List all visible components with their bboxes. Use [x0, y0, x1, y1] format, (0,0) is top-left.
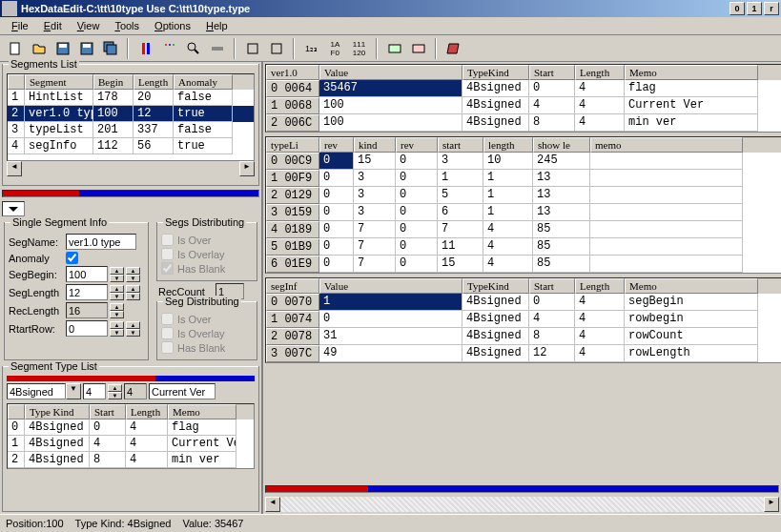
table-row[interactable]: 3typeList201337false [8, 122, 254, 138]
segbegin-input[interactable] [66, 266, 108, 282]
rtartrow-input[interactable] [66, 320, 108, 337]
segments-list-group: Segments List Segment Begin Length Anoma… [2, 64, 259, 186]
table-row[interactable]: 0 00C90150310245 [266, 153, 781, 170]
maximize-button[interactable]: 1 [747, 2, 762, 15]
tool2-icon[interactable] [158, 38, 180, 59]
typelist-v1[interactable] [83, 383, 106, 399]
single-segment-label: Single Segment Info [10, 216, 109, 228]
tool9-icon[interactable]: 111120 [348, 38, 370, 59]
status-value: Value: 35467 [182, 518, 243, 529]
table-row[interactable]: 4segInfo11256true [8, 138, 254, 154]
svg-rect-15 [248, 44, 257, 53]
col-num[interactable] [8, 74, 25, 90]
tool1-icon[interactable] [134, 38, 156, 59]
tool5-icon[interactable] [241, 38, 263, 59]
svg-point-10 [169, 44, 171, 46]
table-row[interactable]: 2 0078314Bsigned84rowCount [266, 328, 781, 345]
table-row[interactable]: 3 007C494Bsigned124rowLength [266, 345, 781, 362]
scrollbar-h[interactable]: ◄► [7, 161, 255, 176]
table-row[interactable]: 2 006C1004Bsigned84min ver [266, 114, 781, 132]
svg-point-9 [165, 44, 167, 46]
svg-rect-16 [272, 44, 281, 53]
titlebar: HexDataEdit-C:\tt\10type Use C:\tt\10typ… [0, 0, 781, 17]
table-row[interactable]: 04Bsigned04flag [8, 419, 254, 436]
segs-dist-group: Segs Distributing Is Over Is Overlay Has… [156, 222, 257, 281]
scrollbar-h-right[interactable]: ◄► [265, 497, 779, 512]
close-button[interactable]: r [764, 2, 779, 15]
isoverlay-check [161, 248, 174, 260]
menu-edit[interactable]: Edit [36, 18, 70, 33]
segname-input[interactable] [66, 234, 136, 250]
menubar: File Edit View Tools Options Help [0, 17, 781, 35]
table-row[interactable]: 0 007014Bsigned04segBegin [266, 294, 781, 311]
table-row[interactable]: 2 01290305113 [266, 187, 781, 204]
segbegin-label: SegBegin: [9, 269, 64, 280]
col-segment[interactable]: Segment [25, 74, 93, 90]
col-length[interactable]: Length [134, 74, 174, 90]
color-bar [2, 190, 259, 197]
svg-rect-14 [212, 47, 223, 51]
spin-up[interactable]: ▲ [110, 267, 124, 275]
dropdown-btn[interactable]: ▼ [66, 383, 81, 399]
minimize-button[interactable]: 0 [730, 2, 745, 15]
table-row[interactable]: 4 01890707485 [266, 221, 781, 238]
app-icon [2, 1, 17, 16]
segment-type-list-label: Segment Type List [9, 360, 99, 372]
table-row[interactable]: 24Bsigned84min ver [8, 452, 254, 468]
save-icon[interactable] [51, 38, 73, 59]
svg-point-11 [173, 44, 175, 46]
table-row[interactable]: 1HintList17820false [8, 90, 254, 106]
seg-dist-group: Seg Distributing Is Over Is Overlay Has … [156, 301, 257, 360]
table-row[interactable]: 14Bsigned44Current Ver [8, 436, 254, 452]
save-as-icon[interactable] [75, 38, 97, 59]
help-icon[interactable] [442, 38, 464, 59]
svg-point-12 [188, 43, 195, 51]
menu-file[interactable]: File [4, 18, 36, 33]
table-row[interactable]: 3 01590306113 [266, 204, 781, 221]
open-icon[interactable] [28, 38, 50, 59]
tool8-icon[interactable]: 1AF0 [324, 38, 346, 59]
menu-tools[interactable]: Tools [107, 18, 147, 33]
segments-list-grid[interactable]: Segment Begin Length Anomaly 1HintList17… [7, 73, 255, 161]
spin-down[interactable]: ▼ [110, 275, 124, 282]
tool10-icon[interactable] [383, 38, 405, 59]
segs-dist-label: Segs Distributing [163, 216, 246, 228]
spin-up2[interactable]: ▲ [126, 267, 140, 275]
table1-grid[interactable]: ver1.0 Value TypeKind Start Length Memo … [265, 64, 781, 133]
seglength-input[interactable] [66, 284, 108, 300]
table-row[interactable]: 2ver1.0 type10012true [8, 106, 254, 122]
dropdown-toggle[interactable] [2, 201, 25, 216]
tool11-icon[interactable] [407, 38, 429, 59]
table-row[interactable]: 1 00681004Bsigned44Current Ver [266, 97, 781, 114]
table-row[interactable]: 0 0064354674Bsigned04flag [266, 80, 781, 97]
saveall-icon[interactable] [99, 38, 121, 59]
typelist-v3[interactable] [149, 383, 216, 399]
table-row[interactable]: 1 00F90301113 [266, 170, 781, 187]
table-row[interactable]: 5 01B907011485 [266, 238, 781, 256]
svg-rect-8 [147, 43, 150, 54]
table-row[interactable]: 6 01E907015485 [266, 256, 781, 273]
tool4-icon[interactable] [206, 38, 228, 59]
menu-options[interactable]: Options [147, 18, 198, 33]
menu-help[interactable]: Help [198, 18, 236, 33]
col-begin[interactable]: Begin [93, 74, 134, 90]
table-row[interactable]: 1 007404Bsigned44rowbegin [266, 311, 781, 328]
status-typekind: Type Kind: 4Bsigned [75, 518, 172, 529]
tool6-icon[interactable] [265, 38, 287, 59]
col-anomaly[interactable]: Anomaly [174, 74, 233, 90]
svg-rect-2 [59, 44, 67, 48]
new-icon[interactable] [4, 38, 26, 59]
isover-check [161, 234, 174, 246]
spin-down2[interactable]: ▼ [126, 275, 140, 282]
statusbar: Position:100 Type Kind: 4Bsigned Value: … [0, 514, 781, 532]
typekind-dropdown[interactable] [7, 383, 66, 399]
hasblank-check [161, 262, 174, 275]
tool7-icon[interactable]: 1₂₃ [300, 38, 322, 59]
anomaly-checkbox[interactable] [66, 252, 78, 264]
table2-grid[interactable]: typeLi rev kind rev start length show le… [265, 136, 781, 274]
svg-rect-4 [83, 44, 91, 48]
segment-type-grid[interactable]: Type Kind Start Length Memo 04Bsigned04f… [7, 403, 255, 469]
menu-view[interactable]: View [70, 18, 108, 33]
find-icon[interactable] [182, 38, 204, 59]
table3-grid[interactable]: segInf Value TypeKind Start Length Memo … [265, 277, 781, 363]
